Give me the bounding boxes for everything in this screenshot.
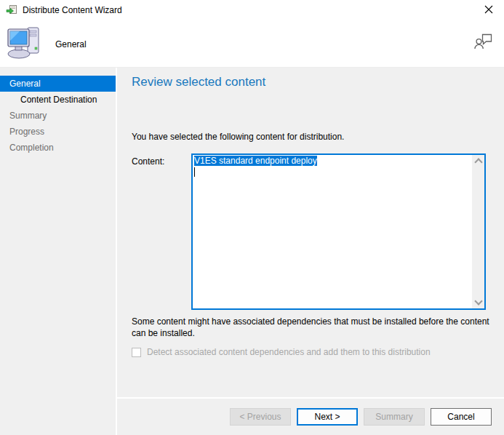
page-title: Review selected content [132, 75, 265, 89]
distribute-content-wizard-window: Distribute Content Wizard [0, 0, 504, 435]
wizard-footer: < Previous Next > Summary Cancel [117, 397, 504, 435]
content-listbox[interactable]: V1ES standard endpoint deploy [191, 153, 486, 310]
distribute-content-icon [6, 4, 17, 16]
window-title: Distribute Content Wizard [23, 5, 122, 15]
summary-button: Summary [364, 408, 425, 426]
feedback-button[interactable] [474, 33, 492, 52]
sidebar-item-label: Progress [9, 127, 44, 137]
wizard-steps-sidebar: General Content Destination Summary Prog… [0, 68, 116, 435]
detect-dependencies-row: Detect associated content dependencies a… [132, 347, 431, 357]
sidebar-item-content-destination[interactable]: Content Destination [0, 92, 116, 108]
sidebar-item-completion: Completion [0, 140, 116, 156]
chevron-down-icon [474, 297, 482, 305]
dependency-note: Some content might have associated depen… [132, 316, 493, 339]
previous-button: < Previous [230, 408, 291, 426]
feedback-person-icon [474, 41, 492, 52]
sidebar-item-progress: Progress [0, 124, 116, 140]
sidebar-item-label: Content Destination [20, 95, 97, 105]
header-page-label: General [55, 39, 87, 49]
close-button[interactable] [481, 3, 497, 17]
computer-icon [7, 26, 41, 63]
intro-text: You have selected the following content … [132, 132, 344, 142]
text-caret [194, 167, 195, 177]
next-button[interactable]: Next > [297, 408, 358, 426]
chevron-up-icon [474, 158, 482, 166]
scrollbar-track[interactable] [472, 167, 484, 296]
general-page: Review selected content You have selecte… [117, 68, 504, 397]
sidebar-item-general[interactable]: General [0, 76, 116, 92]
main-column: Review selected content You have selecte… [117, 68, 504, 435]
cancel-button[interactable]: Cancel [431, 408, 492, 426]
wizard-header: General [0, 20, 504, 68]
wizard-body: General Content Destination Summary Prog… [0, 68, 504, 435]
sidebar-item-label: General [9, 79, 41, 89]
text-caret-line [194, 167, 472, 177]
content-item-selected[interactable]: V1ES standard endpoint deploy [194, 156, 317, 166]
sidebar-item-label: Completion [9, 143, 54, 153]
detect-dependencies-label: Detect associated content dependencies a… [147, 347, 431, 357]
content-scrollbar[interactable] [472, 155, 484, 308]
sidebar-item-label: Summary [9, 111, 47, 121]
titlebar[interactable]: Distribute Content Wizard [0, 0, 504, 20]
content-list: V1ES standard endpoint deploy [193, 155, 472, 308]
sidebar-item-summary: Summary [0, 108, 116, 124]
scroll-up-button[interactable] [472, 155, 484, 167]
content-label: Content: [132, 156, 164, 167]
close-icon [484, 5, 493, 16]
scroll-down-button[interactable] [472, 296, 484, 308]
detect-dependencies-checkbox [132, 348, 141, 357]
